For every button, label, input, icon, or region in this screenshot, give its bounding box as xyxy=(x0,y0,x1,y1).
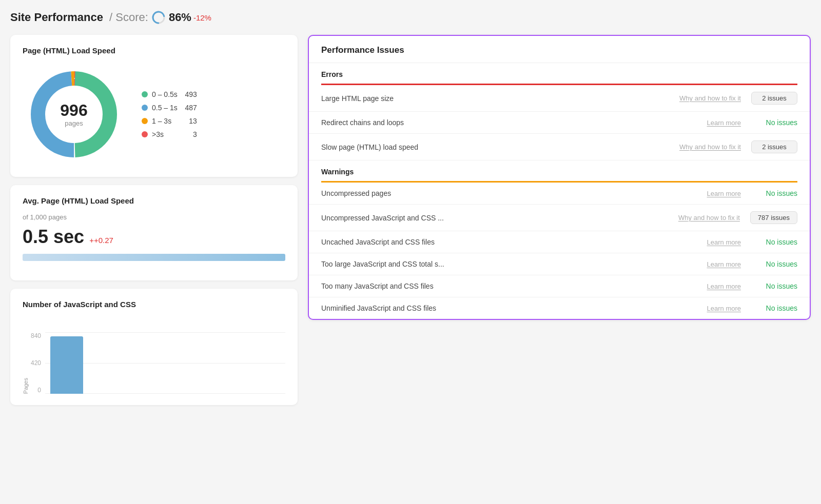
learn-more-too-many-js[interactable]: Learn more xyxy=(707,283,741,290)
y-axis-label: Pages xyxy=(23,378,29,394)
legend-dot-vslow xyxy=(142,131,148,137)
avg-value: 0.5 sec xyxy=(23,226,84,248)
y-tick-840: 840 xyxy=(31,332,41,339)
load-speed-card: Page (HTML) Load Speed xyxy=(10,35,298,177)
no-issues-too-large-js: No issues xyxy=(751,260,797,268)
load-speed-title: Page (HTML) Load Speed xyxy=(23,46,285,55)
perf-row-name-slow-html: Slow page (HTML) load speed xyxy=(321,143,679,151)
warnings-section-title: Warnings xyxy=(309,160,810,181)
learn-more-redirect[interactable]: Learn more xyxy=(707,119,741,127)
legend-dot-slow xyxy=(142,118,148,124)
learn-more-too-large-js[interactable]: Learn more xyxy=(707,260,741,268)
bar-main xyxy=(50,336,83,394)
y-ticks: 840 420 0 xyxy=(31,332,41,394)
no-issues-uncompressed-pages: No issues xyxy=(751,189,797,197)
perf-row-unminified-js: Unminified JavaScript and CSS files Lear… xyxy=(309,297,810,319)
legend-count-medium: 487 xyxy=(182,104,197,112)
perf-row-name-too-large-js: Too large JavaScript and CSS total s... xyxy=(321,260,707,268)
legend-label-medium: 0.5 – 1s xyxy=(152,104,178,112)
trend-bar-wrap xyxy=(23,254,285,269)
legend-dot-medium xyxy=(142,105,148,111)
y-tick-420: 420 xyxy=(31,359,41,367)
legend-count-slow: 13 xyxy=(182,117,197,125)
no-issues-too-many-js: No issues xyxy=(751,282,797,290)
no-issues-redirect: No issues xyxy=(751,118,797,127)
learn-more-slow-html[interactable]: Why and how to fix it xyxy=(679,143,741,151)
avg-value-row: 0.5 sec ++0.27 xyxy=(23,226,285,248)
bar-chart: Pages 840 420 0 xyxy=(23,317,285,394)
score-change: -12% xyxy=(193,13,211,22)
donut-container: 996 pages 0 – 0.5s 493 0.5 – 1s 487 xyxy=(23,63,285,166)
perf-row-too-large-js: Too large JavaScript and CSS total s... … xyxy=(309,253,810,275)
page-title: Site Performance xyxy=(10,11,103,24)
left-column: Page (HTML) Load Speed xyxy=(10,35,298,405)
issues-badge-slow-html: 2 issues xyxy=(751,140,797,153)
score-circle-icon xyxy=(151,10,166,25)
learn-more-uncached-js[interactable]: Learn more xyxy=(707,238,741,246)
perf-row-too-many-js: Too many JavaScript and CSS files Learn … xyxy=(309,275,810,297)
perf-row-name-unminified-js: Unminified JavaScript and CSS files xyxy=(321,304,707,312)
learn-more-unminified-js[interactable]: Learn more xyxy=(707,305,741,312)
perf-row-slow-html: Slow page (HTML) load speed Why and how … xyxy=(309,134,810,160)
perf-row-name-uncompressed-js: Uncompressed JavaScript and CSS ... xyxy=(321,214,678,222)
donut-chart: 996 pages xyxy=(23,63,125,166)
donut-svg xyxy=(23,63,125,166)
perf-row-uncompressed-pages: Uncompressed pages Learn more No issues xyxy=(309,183,810,205)
gridline-top xyxy=(45,332,285,333)
perf-row-large-html: Large HTML page size Why and how to fix … xyxy=(309,85,810,112)
legend-item-fast: 0 – 0.5s 493 xyxy=(142,90,197,98)
legend-label-slow: 1 – 3s xyxy=(152,117,171,125)
main-layout: Page (HTML) Load Speed xyxy=(10,35,811,405)
legend-label-vslow: >3s xyxy=(152,130,164,138)
legend-label-fast: 0 – 0.5s xyxy=(152,90,178,98)
no-issues-uncached-js: No issues xyxy=(751,238,797,246)
avg-load-subtitle: of 1,000 pages xyxy=(23,213,285,221)
perf-row-name-uncompressed-pages: Uncompressed pages xyxy=(321,189,707,197)
perf-row-uncompressed-js: Uncompressed JavaScript and CSS ... Why … xyxy=(309,205,810,231)
learn-more-uncompressed-js[interactable]: Why and how to fix it xyxy=(678,214,740,221)
perf-row-name-too-many-js: Too many JavaScript and CSS files xyxy=(321,282,707,290)
perf-panel-title: Performance Issues xyxy=(309,36,810,63)
learn-more-large-html[interactable]: Why and how to fix it xyxy=(679,94,741,102)
legend-item-medium: 0.5 – 1s 487 xyxy=(142,104,197,112)
y-tick-0: 0 xyxy=(31,387,41,394)
legend-count-vslow: 3 xyxy=(182,130,197,138)
perf-issues-panel: Performance Issues Errors Large HTML pag… xyxy=(308,35,811,320)
score-separator: / Score: xyxy=(106,11,148,24)
perf-row-redirect: Redirect chains and loops Learn more No … xyxy=(309,112,810,134)
page-header: Site Performance / Score: 86% -12% xyxy=(10,10,811,25)
js-css-title: Number of JavaScript and CSS xyxy=(23,300,285,309)
score-value: 86% xyxy=(169,11,191,24)
donut-legend: 0 – 0.5s 493 0.5 – 1s 487 1 – 3s 13 xyxy=(142,90,197,138)
perf-row-name-uncached-js: Uncached JavaScript and CSS files xyxy=(321,238,707,246)
perf-row-name-large-html: Large HTML page size xyxy=(321,94,679,103)
legend-item-slow: 1 – 3s 13 xyxy=(142,117,197,125)
avg-change: ++0.27 xyxy=(89,236,113,245)
errors-section-title: Errors xyxy=(309,63,810,84)
learn-more-uncompressed-pages[interactable]: Learn more xyxy=(707,190,741,197)
issues-badge-uncompressed-js: 787 issues xyxy=(750,211,797,224)
legend-item-vslow: >3s 3 xyxy=(142,130,197,138)
perf-row-uncached-js: Uncached JavaScript and CSS files Learn … xyxy=(309,231,810,253)
avg-load-card: Avg. Page (HTML) Load Speed of 1,000 pag… xyxy=(10,185,298,280)
legend-dot-fast xyxy=(142,91,148,97)
perf-row-name-redirect: Redirect chains and loops xyxy=(321,118,707,127)
bar-chart-body xyxy=(45,332,285,394)
issues-badge-large-html: 2 issues xyxy=(751,92,797,105)
trend-bar xyxy=(23,254,285,261)
no-issues-unminified-js: No issues xyxy=(751,304,797,312)
js-css-card: Number of JavaScript and CSS Pages 840 4… xyxy=(10,289,298,405)
legend-count-fast: 493 xyxy=(182,90,197,98)
avg-load-title: Avg. Page (HTML) Load Speed xyxy=(23,196,285,205)
